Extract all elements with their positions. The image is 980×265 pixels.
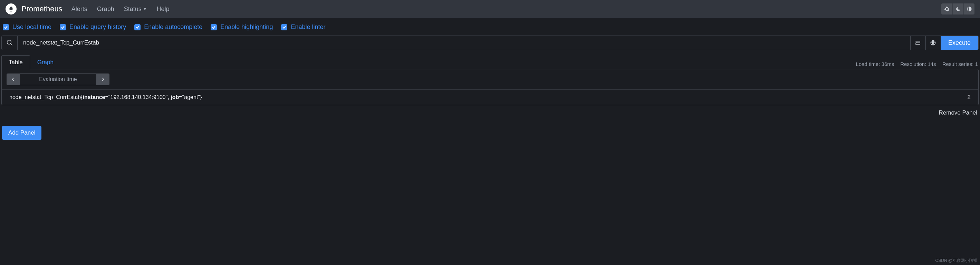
execute-button[interactable]: Execute: [941, 36, 978, 50]
format-query-button[interactable]: [910, 36, 926, 50]
add-panel-button[interactable]: Add Panel: [2, 126, 41, 140]
checkbox-icon: [281, 24, 287, 30]
stat-load-time: Load time: 36ms: [856, 61, 894, 67]
query-stats: Load time: 36ms Resolution: 14s Result s…: [856, 61, 978, 69]
theme-light-button[interactable]: [963, 3, 974, 14]
evaluation-time-control: Evaluation time: [6, 73, 110, 85]
caret-down-icon: ▼: [143, 6, 147, 11]
theme-auto-button[interactable]: [941, 3, 952, 14]
svg-point-3: [7, 40, 11, 44]
nav-link-graph[interactable]: Graph: [93, 3, 118, 15]
svg-rect-0: [10, 11, 12, 11]
table-row: node_netstat_Tcp_CurrEstab{instance="192…: [2, 90, 978, 105]
brand[interactable]: Prometheus: [6, 3, 62, 14]
indent-icon: [915, 40, 921, 46]
options-bar: Use local time Enable query history Enab…: [0, 18, 980, 35]
checkbox-icon: [60, 24, 66, 30]
result-panel: Evaluation time node_netstat_Tcp_CurrEst…: [2, 69, 978, 105]
checkbox-icon: [134, 24, 140, 30]
checkbox-icon: [3, 24, 9, 30]
gear-icon: [944, 6, 950, 12]
option-enable-query-history[interactable]: Enable query history: [60, 24, 126, 31]
option-enable-autocomplete[interactable]: Enable autocomplete: [134, 24, 202, 31]
option-enable-linter[interactable]: Enable linter: [281, 24, 325, 31]
contrast-icon: [967, 6, 972, 12]
nav-link-status[interactable]: Status▼: [120, 3, 151, 15]
metrics-explorer-button[interactable]: [926, 36, 941, 50]
eval-time-prev-button[interactable]: [6, 73, 20, 85]
result-series-value: 2: [967, 94, 970, 101]
svg-rect-1: [10, 12, 12, 12]
evaluation-time-display[interactable]: Evaluation time: [20, 73, 96, 85]
nav-links: Alerts Graph Status▼ Help: [67, 3, 174, 15]
tabs: Table Graph: [2, 55, 61, 69]
option-use-local-time[interactable]: Use local time: [3, 24, 51, 31]
svg-line-4: [10, 44, 12, 46]
query-bar: Execute: [2, 35, 978, 50]
search-icon: [2, 36, 18, 50]
navbar: Prometheus Alerts Graph Status▼ Help: [0, 0, 980, 18]
stat-resolution: Resolution: 14s: [900, 61, 936, 67]
stat-result-series: Result series: 1: [942, 61, 978, 67]
result-series-label: node_netstat_Tcp_CurrEstab{instance="192…: [10, 94, 202, 100]
brand-title: Prometheus: [21, 5, 62, 13]
nav-link-alerts[interactable]: Alerts: [67, 3, 92, 15]
theme-toggle-group: [941, 3, 974, 14]
checkbox-icon: [211, 24, 217, 30]
eval-time-next-button[interactable]: [96, 73, 110, 85]
evaluation-time-row: Evaluation time: [2, 69, 978, 90]
nav-link-help[interactable]: Help: [153, 3, 174, 15]
moon-icon: [956, 6, 961, 12]
tab-graph[interactable]: Graph: [30, 55, 61, 69]
tabs-row: Table Graph Load time: 36ms Resolution: …: [2, 55, 978, 69]
remove-panel-link[interactable]: Remove Panel: [0, 105, 980, 116]
option-enable-highlighting[interactable]: Enable highlighting: [211, 24, 273, 31]
chevron-left-icon: [11, 77, 16, 82]
prometheus-logo-icon: [6, 3, 17, 14]
expression-input[interactable]: [18, 36, 910, 50]
globe-icon: [930, 40, 936, 46]
theme-dark-button[interactable]: [952, 3, 963, 14]
chevron-right-icon: [100, 77, 105, 82]
tab-table[interactable]: Table: [2, 55, 30, 69]
